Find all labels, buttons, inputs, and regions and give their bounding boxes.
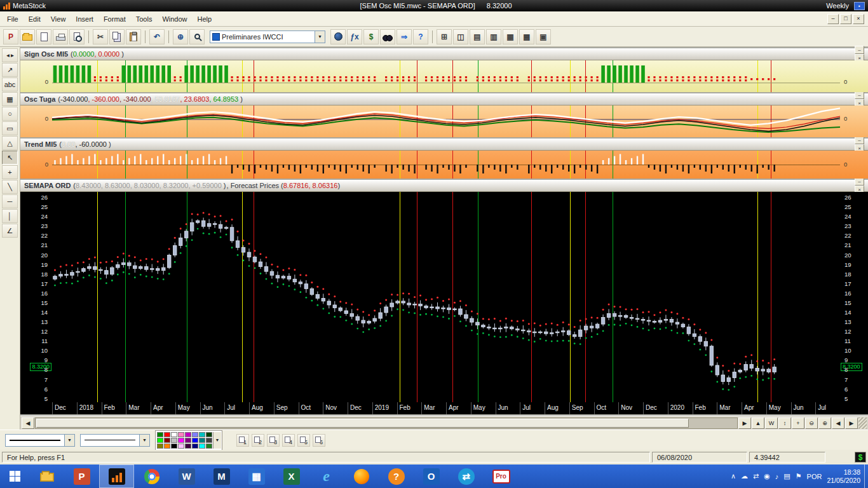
triangle-tool[interactable]: △ xyxy=(2,136,18,150)
titlebar-window-button[interactable]: ▪ xyxy=(854,2,865,10)
zoom-in-button[interactable] xyxy=(189,29,205,44)
row-layout-button[interactable]: ▦ xyxy=(503,29,518,44)
vertical-zoom-button[interactable]: ↕ xyxy=(778,417,791,429)
cascade-windows-button[interactable]: ◫ xyxy=(453,29,468,44)
template-button-2[interactable]: 2 xyxy=(252,434,264,447)
color-swatch[interactable] xyxy=(164,432,170,437)
line-style-combo[interactable]: ▼ xyxy=(5,434,75,447)
color-swatch[interactable] xyxy=(185,438,191,443)
scrollbar-track[interactable] xyxy=(35,417,738,429)
taskbar-outlook[interactable]: O xyxy=(414,464,449,488)
color-swatch[interactable] xyxy=(192,444,198,449)
selection-tool[interactable]: ↖ xyxy=(2,151,18,165)
panel-trend-header[interactable]: Trend MI5 0.00-60.0000 –× xyxy=(20,139,868,151)
page-right-button[interactable]: ▶ xyxy=(845,417,858,429)
tray-clock[interactable]: 18:3821/05/2020 xyxy=(827,468,860,485)
chevron-down-icon[interactable]: ▼ xyxy=(64,435,74,446)
taskbar-ie[interactable]: e xyxy=(309,464,344,488)
tray-volume-icon[interactable]: ♪ xyxy=(775,473,779,480)
taskbar-firefox[interactable] xyxy=(344,464,379,488)
show-desktop-button[interactable] xyxy=(864,464,868,488)
scroll-split-tool[interactable]: ◄► xyxy=(2,48,18,62)
color-swatch[interactable] xyxy=(192,432,198,437)
menu-view[interactable]: View xyxy=(46,13,71,25)
tray-language[interactable]: POR xyxy=(807,473,822,480)
child-close-button[interactable]: × xyxy=(853,14,864,24)
scroll-left-button[interactable]: ◀ xyxy=(22,417,34,429)
tile-horizontal-button[interactable]: ▤ xyxy=(470,29,485,44)
color-swatch[interactable] xyxy=(185,444,191,449)
text-tool[interactable]: abc xyxy=(2,78,18,92)
taskbar-downloader[interactable]: M xyxy=(204,464,239,488)
downloader-button[interactable] xyxy=(330,29,346,44)
tray-sync-icon[interactable]: ⇄ xyxy=(753,472,759,480)
paste-button[interactable] xyxy=(126,29,141,44)
menu-tools[interactable]: Tools xyxy=(131,13,158,25)
color-swatch[interactable] xyxy=(164,438,170,443)
grid-layout-button[interactable]: ▩ xyxy=(519,29,534,44)
color-swatch[interactable] xyxy=(164,444,170,449)
start-button[interactable] xyxy=(0,464,29,488)
grid-tool[interactable]: ▦ xyxy=(2,92,18,106)
print-preview-button[interactable] xyxy=(69,29,85,44)
crosshair-tool[interactable]: + xyxy=(2,165,18,179)
color-swatch[interactable] xyxy=(178,438,184,443)
color-swatch[interactable] xyxy=(206,438,212,443)
color-swatch[interactable] xyxy=(157,432,163,437)
indicator-builder-button[interactable]: ƒx xyxy=(347,29,362,44)
color-swatch[interactable] xyxy=(192,438,198,443)
taskbar-sync[interactable]: ⇄ xyxy=(449,464,484,488)
taskbar-word[interactable]: W xyxy=(169,464,204,488)
tray-network-icon[interactable]: ◉ xyxy=(764,472,770,480)
pan-button[interactable]: + xyxy=(792,417,804,429)
tile-vertical-button[interactable]: ▥ xyxy=(486,29,501,44)
chevron-down-icon[interactable]: ▼ xyxy=(213,432,221,449)
child-minimize-button[interactable]: – xyxy=(827,14,839,24)
panel-sign-osc-header[interactable]: Sign Osc MI5 0.00000.0000 –× xyxy=(20,48,868,60)
menu-window[interactable]: Window xyxy=(157,13,192,25)
open-chart-button[interactable] xyxy=(20,29,35,44)
scrollbar-thumb[interactable] xyxy=(36,419,689,428)
color-swatch[interactable] xyxy=(178,432,184,437)
panel-price-header[interactable]: SEMAPA ORD 8.430008.630008.030008.32000+… xyxy=(20,180,868,192)
color-swatch[interactable] xyxy=(157,444,163,449)
panel-osc-tuga-header[interactable]: Osc Tuga -340.000-360.000-340.00053.9187… xyxy=(20,93,868,105)
template-button-5[interactable]: 5 xyxy=(297,434,310,447)
color-swatch[interactable] xyxy=(171,444,177,449)
chevron-down-icon[interactable]: ▼ xyxy=(315,31,325,43)
power-console-button[interactable]: P xyxy=(3,29,18,44)
scroll-right-button[interactable]: ▶ xyxy=(738,417,751,429)
cut-button[interactable]: ✂ xyxy=(93,29,108,44)
workspace-button[interactable]: ▣ xyxy=(536,29,551,44)
line-weight-combo[interactable]: ▼ xyxy=(80,434,150,447)
taskbar-powerpoint[interactable]: P xyxy=(64,464,99,488)
print-button[interactable] xyxy=(53,29,68,44)
new-inner-window-button[interactable]: ⊞ xyxy=(437,29,452,44)
taskbar-excel[interactable]: X xyxy=(274,464,309,488)
undo-button[interactable]: ↶ xyxy=(149,29,165,44)
explorer-button[interactable] xyxy=(380,29,395,44)
trend-plot[interactable] xyxy=(52,151,840,179)
template-button-4[interactable]: 4 xyxy=(282,434,295,447)
chevron-down-icon[interactable]: ▼ xyxy=(139,435,149,446)
menu-insert[interactable]: Insert xyxy=(71,13,98,25)
scale-up-button[interactable]: ▲ xyxy=(752,417,764,429)
color-swatch[interactable] xyxy=(206,444,212,449)
color-swatch[interactable] xyxy=(206,432,212,437)
expert-advisor-button[interactable]: ⇒ xyxy=(397,29,412,44)
trendline-tool[interactable]: ↗ xyxy=(2,63,18,77)
ellipse-tool[interactable]: ○ xyxy=(2,107,18,121)
color-swatch[interactable] xyxy=(199,438,205,443)
hidden-icons-chevron[interactable]: ∧ xyxy=(731,472,736,480)
taskbar-calculator[interactable]: ▦ xyxy=(239,464,274,488)
color-swatch[interactable] xyxy=(178,444,184,449)
color-swatch[interactable] xyxy=(199,432,205,437)
diagonal-line-tool[interactable]: ╲ xyxy=(2,180,18,194)
color-swatch[interactable] xyxy=(185,432,191,437)
vertical-line-tool[interactable]: │ xyxy=(2,209,18,223)
color-swatch[interactable] xyxy=(199,444,205,449)
template-button-1[interactable]: 1 xyxy=(236,434,249,447)
zoom-in-button[interactable]: ⊕ xyxy=(818,417,831,429)
child-restore-button[interactable]: □ xyxy=(840,14,851,24)
minimize-panel-button[interactable]: – xyxy=(855,46,864,54)
